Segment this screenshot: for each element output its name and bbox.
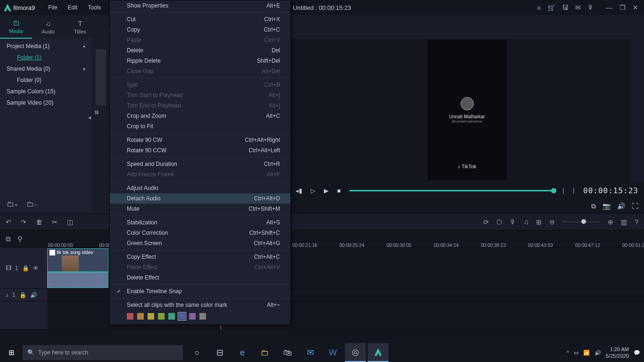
play-button[interactable]: ▷	[311, 187, 315, 194]
sidebar-item[interactable]: Sample Colors (15)	[0, 86, 92, 97]
save-icon[interactable]: 🖫	[562, 4, 569, 11]
color-swatch[interactable]	[158, 313, 165, 320]
explorer-icon[interactable]: 🗀	[255, 343, 275, 362]
next-frame-button[interactable]: ▶	[324, 187, 329, 194]
task-view-icon[interactable]: ⊟	[209, 343, 230, 362]
filmora-icon[interactable]	[368, 343, 388, 362]
undo-button[interactable]: ↶	[6, 218, 11, 226]
sidebar-item[interactable]: Project Media (1)▾	[0, 41, 92, 52]
context-menu-item[interactable]: Adjust Audio	[110, 183, 290, 193]
collapse-media-icon[interactable]: ◂	[88, 114, 91, 121]
tool-tab-titles[interactable]: TTitles	[64, 15, 96, 39]
context-menu-item[interactable]: Green ScreenCtrl+Alt+G	[110, 238, 290, 248]
sidebar-item[interactable]: Folder (0)	[0, 74, 92, 86]
notifications-icon[interactable]: 💬	[634, 350, 640, 356]
minimize-button[interactable]: —	[604, 4, 614, 11]
audio-mixer-icon[interactable]: ♫	[524, 218, 529, 226]
mark-in-icon[interactable]: {	[562, 187, 564, 194]
account-icon[interactable]: ⍟	[537, 4, 541, 11]
chrome-icon[interactable]: ◎	[345, 343, 366, 362]
snapshot-icon[interactable]: 📷	[603, 202, 611, 210]
zoom-out-icon[interactable]: ⊖	[549, 218, 555, 226]
store-icon[interactable]: 🛍	[277, 343, 298, 362]
context-menu-item[interactable]: Enable Timeline Snap	[110, 286, 290, 296]
eye-icon[interactable]: 👁	[33, 265, 39, 272]
menu-file[interactable]: File	[43, 1, 62, 14]
video-clip[interactable]: tik tok song video	[47, 248, 108, 272]
maximize-button[interactable]: ❐	[618, 4, 627, 11]
context-menu-item[interactable]: Crop to Fit	[110, 121, 290, 132]
help-icon[interactable]: ?	[635, 218, 638, 226]
mail-icon[interactable]: ✉	[575, 4, 581, 11]
start-button[interactable]: ⊞	[0, 348, 23, 357]
context-menu-item[interactable]: MuteCtrl+Shift+M	[110, 204, 290, 214]
prev-frame-button[interactable]: ◂▮	[296, 187, 302, 194]
context-menu-item[interactable]: Select all clips with the same color mar…	[110, 300, 290, 310]
word-icon[interactable]: W	[322, 343, 343, 362]
tool-tab-audio[interactable]: ♫Audio	[32, 15, 64, 39]
cortana-icon[interactable]: ○	[187, 343, 207, 362]
context-menu-item[interactable]: Delete Effect	[110, 272, 290, 283]
context-menu-item[interactable]: Color CorrectionCtrl+Shift+C	[110, 228, 290, 238]
edge-icon[interactable]: e	[232, 343, 253, 362]
context-menu-item[interactable]: DeleteDel	[110, 45, 290, 56]
mail-icon[interactable]: ✉	[300, 343, 321, 362]
cart-icon[interactable]: 🛒	[547, 4, 555, 11]
context-menu-item[interactable]: CopyCtrl+C	[110, 25, 290, 35]
lock-icon[interactable]: 🔒	[22, 265, 29, 272]
color-swatch[interactable]	[179, 313, 185, 320]
pip-icon[interactable]: ⧉	[591, 202, 596, 210]
color-swatch[interactable]	[137, 313, 144, 320]
mic-icon[interactable]: 🎙	[587, 4, 594, 11]
crop-button[interactable]: ◫	[67, 218, 73, 226]
fullscreen-icon[interactable]: ⛶	[632, 202, 638, 210]
battery-icon[interactable]: ▭	[574, 350, 578, 356]
context-menu-item[interactable]: StabilizationAlt+S	[110, 217, 290, 228]
sidebar-item[interactable]: Folder (1)	[0, 52, 92, 63]
speaker-icon[interactable]: 🔊	[30, 292, 37, 298]
context-menu-item[interactable]: Detach AudioCtrl+Alt+D	[110, 193, 290, 204]
context-menu-item[interactable]: Rotate 90 CWCtrl+Alt+Right	[110, 135, 290, 145]
progress-bar[interactable]	[349, 190, 554, 191]
mark-out-icon[interactable]: }	[573, 187, 575, 194]
color-swatch[interactable]	[199, 313, 206, 320]
media-thumbnail[interactable]	[96, 49, 106, 106]
render-preview-icon[interactable]: ⟳	[483, 218, 489, 226]
wifi-icon[interactable]: 📶	[583, 350, 590, 356]
link-tracks-icon[interactable]: ⧉	[6, 235, 11, 243]
context-menu-item[interactable]: Ripple DeleteShift+Del	[110, 56, 290, 66]
tool-tab-media[interactable]: 🗀Media	[0, 15, 32, 39]
color-swatch[interactable]	[168, 313, 175, 320]
color-swatch[interactable]	[148, 313, 154, 320]
context-menu-item[interactable]: Speed and DurationCtrl+R	[110, 159, 290, 169]
menu-tools[interactable]: Tools	[83, 1, 106, 14]
cut-button[interactable]: ✂	[52, 218, 58, 226]
tray-chevron-icon[interactable]: ^	[567, 350, 569, 355]
zoom-slider[interactable]	[562, 221, 600, 222]
menu-edit[interactable]: Edit	[63, 1, 83, 14]
windows-search[interactable]: 🔍 Type here to search	[23, 345, 183, 360]
zoom-fit-icon[interactable]: ▥	[621, 218, 627, 226]
sidebar-item[interactable]: Shared Media (0)▾	[0, 63, 92, 74]
new-folder-icon[interactable]: 🗀₊	[7, 199, 18, 208]
stop-button[interactable]: ■	[337, 187, 341, 194]
marker-icon[interactable]: ⬡	[496, 218, 502, 226]
close-button[interactable]: ✕	[631, 4, 640, 11]
video-clip-audio[interactable]	[47, 272, 108, 288]
tray-volume-icon[interactable]: 🔊	[594, 350, 601, 356]
context-menu-item[interactable]: Crop and ZoomAlt+C	[110, 111, 290, 121]
lock-icon[interactable]: 🔒	[19, 292, 26, 298]
context-menu-item[interactable]: Show PropertiesAlt+E	[110, 0, 290, 11]
context-menu-item[interactable]: Rotate 90 CCWCtrl+Alt+Left	[110, 145, 290, 156]
magnet-icon[interactable]: ⚲	[17, 235, 23, 243]
context-menu-item[interactable]: CutCtrl+X	[110, 14, 290, 25]
volume-icon[interactable]: 🔊	[617, 202, 625, 210]
add-track-icon[interactable]: ⊞	[536, 218, 542, 226]
context-menu-item[interactable]: Copy EffectCtrl+Alt+C	[110, 252, 290, 262]
system-clock[interactable]: 1:20 AM 5/25/2020	[606, 346, 629, 359]
delete-folder-icon[interactable]: 🗀₋	[26, 199, 38, 208]
zoom-in-icon[interactable]: ⊕	[608, 218, 613, 226]
voiceover-icon[interactable]: 🎙	[510, 218, 516, 226]
color-swatch[interactable]	[127, 313, 133, 320]
color-swatch[interactable]	[189, 313, 196, 320]
